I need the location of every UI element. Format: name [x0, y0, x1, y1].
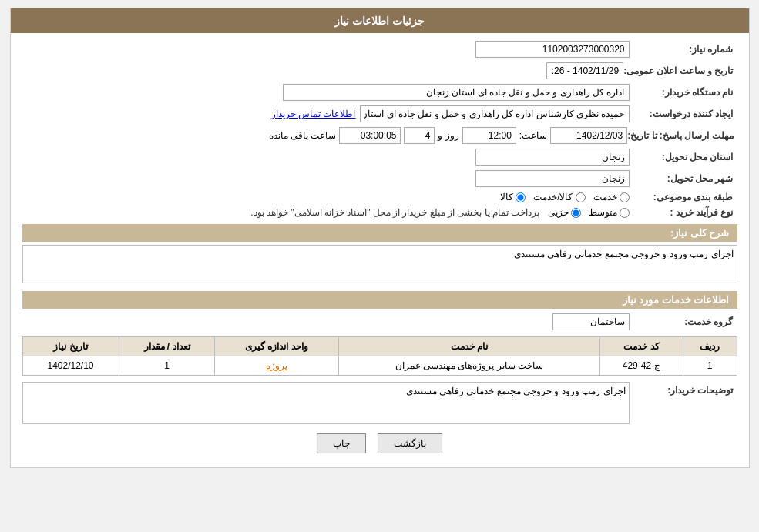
- contact-link[interactable]: اطلاعات تماس خریدار: [271, 109, 356, 119]
- page-header: جزئیات اطلاعات نیاز: [11, 8, 749, 33]
- deadline-remaining-input[interactable]: [339, 127, 401, 144]
- city-input[interactable]: [475, 170, 630, 187]
- buyer-desc-area: اجرای رمپ ورود و خروجی مجتمع خدماتی رفاه…: [22, 382, 630, 424]
- deadline-date-input[interactable]: [550, 127, 627, 144]
- services-section: اطلاعات خدمات مورد نیاز: [22, 291, 737, 309]
- buyer-org-label: نام دستگاه خریدار:: [630, 87, 737, 98]
- unit-link[interactable]: پروژه: [266, 360, 287, 371]
- page-title: جزئیات اطلاعات نیاز: [334, 15, 425, 27]
- services-table: ردیف کد خدمت نام خدمت واحد اندازه گیری ت…: [22, 336, 737, 376]
- creator-input[interactable]: [360, 105, 630, 122]
- cell-service-code: ج-42-429: [600, 356, 683, 376]
- col-service-name: نام خدمت: [338, 337, 600, 356]
- cell-date: 1402/12/10: [22, 356, 119, 376]
- announcement-input[interactable]: [546, 62, 623, 79]
- deadline-label: مهلت ارسال پاسخ: تا تاریخ:: [627, 130, 737, 141]
- services-table-container: ردیف کد خدمت نام خدمت واحد اندازه گیری ت…: [22, 336, 737, 376]
- col-quantity: تعداد / مقدار: [119, 337, 215, 356]
- deadline-time-input[interactable]: [462, 127, 516, 144]
- province-label: استان محل تحویل:: [630, 152, 737, 162]
- service-group-label: گروه خدمت:: [630, 316, 737, 327]
- category-option-goods-service: کالا/خدمت: [533, 192, 585, 202]
- col-unit: واحد اندازه گیری: [215, 337, 338, 356]
- col-row-number: ردیف: [683, 337, 737, 356]
- process-option-partial: جزیی: [548, 207, 581, 218]
- category-label: طبقه بندی موضوعی:: [630, 192, 737, 202]
- announcement-row: تاریخ و ساعت اعلان عمومی:: [22, 62, 737, 79]
- category-label-goods-service: کالا/خدمت: [533, 192, 573, 202]
- category-row: طبقه بندی موضوعی: خدمت کالا/خدمت کالا: [22, 192, 737, 202]
- category-radio-group: خدمت کالا/خدمت کالا: [500, 192, 629, 202]
- category-label-service: خدمت: [593, 192, 617, 202]
- main-container: جزئیات اطلاعات نیاز شماره نیاز: تاریخ و …: [10, 8, 750, 468]
- service-group-row: گروه خدمت:: [22, 313, 737, 330]
- col-service-code: کد خدمت: [600, 337, 683, 356]
- description-section-title: شرح کلی نیاز:: [22, 224, 737, 242]
- province-row: استان محل تحویل:: [22, 149, 737, 166]
- process-radio-medium[interactable]: [620, 208, 630, 218]
- deadline-remaining-label: ساعت باقی مانده: [269, 130, 337, 141]
- button-row: بازگشت چاپ: [22, 433, 737, 453]
- back-button[interactable]: بازگشت: [378, 433, 442, 453]
- buyer-desc-row: توضیحات خریدار: اجرای رمپ ورود و خروجی م…: [22, 382, 737, 424]
- table-row: 1 ج-42-429 ساخت سایر پروژه‌های مهندسی عم…: [22, 356, 737, 376]
- creator-row: ایجاد کننده درخواست: اطلاعات تماس خریدار: [22, 105, 737, 122]
- buyer-desc-label: توضیحات خریدار:: [630, 382, 737, 396]
- category-radio-goods[interactable]: [516, 192, 526, 202]
- process-row: نوع فرآیند خرید : متوسط جزیی پرداخت تمام…: [22, 207, 737, 218]
- deadline-time-label: ساعت:: [519, 130, 547, 141]
- cell-unit: پروژه: [215, 356, 338, 376]
- services-section-title: اطلاعات خدمات مورد نیاز: [22, 291, 737, 309]
- table-header-row: ردیف کد خدمت نام خدمت واحد اندازه گیری ت…: [22, 337, 737, 356]
- process-label: نوع فرآیند خرید :: [630, 207, 737, 218]
- process-radio-group: متوسط جزیی: [548, 207, 630, 218]
- need-number-row: شماره نیاز:: [22, 41, 737, 58]
- province-input[interactable]: [475, 149, 630, 166]
- category-radio-goods-service[interactable]: [576, 192, 586, 202]
- page-content: شماره نیاز: تاریخ و ساعت اعلان عمومی: نا…: [11, 33, 749, 467]
- need-number-input[interactable]: [475, 41, 630, 58]
- service-group-input[interactable]: [552, 313, 630, 330]
- deadline-days-label: روز و: [438, 130, 458, 141]
- category-label-goods: کالا: [500, 192, 513, 202]
- services-title-text: اطلاعات خدمات مورد نیاز: [623, 294, 730, 306]
- process-option-medium: متوسط: [589, 207, 630, 218]
- category-radio-service[interactable]: [620, 192, 630, 202]
- category-option-goods: کالا: [500, 192, 526, 202]
- col-date: تاریخ نیاز: [22, 337, 119, 356]
- process-radio-partial[interactable]: [571, 208, 581, 218]
- description-section-label: شرح کلی نیاز:: [670, 227, 730, 239]
- cell-row-number: 1: [683, 356, 737, 376]
- description-text: اجرای رمپ ورود و خروجی مجتمع خدماتی رفاه…: [514, 249, 734, 259]
- cell-service-name: ساخت سایر پروژه‌های مهندسی عمران: [338, 356, 600, 376]
- city-label: شهر محل تحویل:: [630, 173, 737, 184]
- description-area: اجرای رمپ ورود و خروجی مجتمع خدماتی رفاه…: [22, 245, 737, 283]
- announcement-label: تاریخ و ساعت اعلان عمومی:: [623, 65, 737, 76]
- cell-quantity: 1: [119, 356, 215, 376]
- process-label-medium: متوسط: [589, 207, 617, 218]
- deadline-days-input[interactable]: [404, 127, 435, 144]
- city-row: شهر محل تحویل:: [22, 170, 737, 187]
- print-button[interactable]: چاپ: [317, 433, 366, 453]
- deadline-row: مهلت ارسال پاسخ: تا تاریخ: ساعت: روز و س…: [22, 127, 737, 144]
- buyer-org-input[interactable]: [283, 84, 630, 101]
- creator-label: ایجاد کننده درخواست:: [630, 109, 737, 119]
- description-section: شرح کلی نیاز: اجرای رمپ ورود و خروجی مجت…: [22, 224, 737, 283]
- buyer-desc-text: اجرای رمپ ورود و خروجی مجتمع خدماتی رفاه…: [406, 386, 626, 396]
- category-option-service: خدمت: [593, 192, 630, 202]
- process-label-partial: جزیی: [548, 207, 569, 218]
- process-note: پرداخت تمام یا بخشی از مبلغ خریدار از مح…: [250, 207, 539, 218]
- need-number-label: شماره نیاز:: [630, 44, 737, 55]
- buyer-org-row: نام دستگاه خریدار:: [22, 84, 737, 101]
